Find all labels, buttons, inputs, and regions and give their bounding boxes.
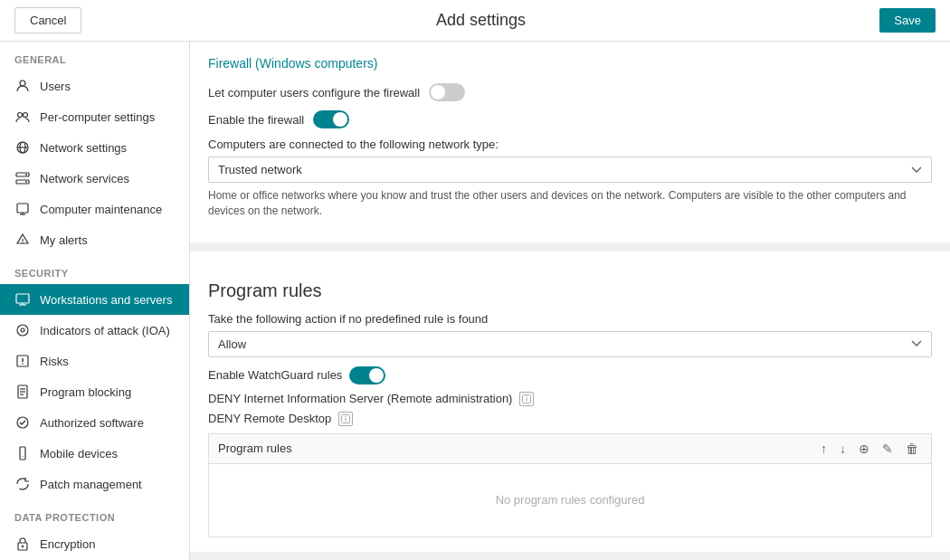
sidebar-item-workstations[interactable]: Workstations and servers — [0, 284, 189, 315]
svg-point-19 — [21, 328, 24, 332]
sidebar-item-label: Computer maintenance — [40, 203, 162, 216]
risks-icon — [14, 353, 31, 369]
svg-rect-28 — [20, 447, 25, 460]
alerts-icon — [14, 232, 31, 248]
sidebar-item-label: Network services — [40, 172, 129, 185]
sidebar-item-patch-management[interactable]: Patch management — [0, 469, 189, 499]
section-divider-1 — [190, 242, 950, 252]
sidebar-item-label: Mobile devices — [40, 447, 118, 460]
maintenance-icon — [14, 201, 31, 217]
program-rules-table-header: Program rules ↑ ↓ ⊕ ✎ 🗑 — [209, 434, 931, 464]
sidebar-item-computer-maintenance[interactable]: Computer maintenance — [0, 194, 189, 224]
sidebar-item-label: Patch management — [40, 478, 142, 491]
svg-rect-15 — [16, 294, 29, 303]
mobile-devices-icon — [14, 445, 31, 461]
sidebar-item-authorized-software[interactable]: Authorized software — [0, 407, 189, 438]
enable-watchguard-toggle[interactable] — [349, 366, 385, 384]
security-section-label: SECURITY — [0, 255, 189, 284]
deny-remote-desktop-info-icon[interactable] — [338, 412, 353, 426]
program-rules-empty-message: No program rules configured — [209, 464, 931, 536]
program-rules-action-select[interactable]: Allow — [208, 331, 932, 357]
deny-iis-label: DENY Internet Information Server (Remote… — [208, 392, 512, 405]
sidebar-item-label: My alerts — [40, 233, 88, 247]
body: GENERAL Users Per-computer settings Netw… — [0, 42, 950, 560]
svg-point-9 — [25, 181, 27, 183]
sidebar-item-ioa[interactable]: Indicators of attack (IOA) — [0, 315, 189, 346]
svg-point-2 — [24, 113, 28, 118]
network-type-select[interactable]: Trusted network — [208, 157, 932, 183]
sidebar-item-encryption[interactable]: Encryption — [0, 528, 189, 559]
program-rules-panel: Program rules Take the following action … — [190, 252, 950, 552]
patch-management-icon — [14, 476, 31, 492]
app-container: Cancel Add settings Save GENERAL Users P… — [0, 0, 950, 560]
enable-firewall-toggle[interactable] — [313, 110, 349, 128]
svg-point-0 — [20, 81, 25, 86]
sidebar-item-users[interactable]: Users — [0, 71, 189, 101]
firewall-section-title: Firewall (Windows computers) — [208, 56, 932, 71]
sidebar-item-label: Network settings — [40, 141, 127, 155]
ioa-icon — [14, 322, 31, 338]
sidebar-item-label: Per-computer settings — [40, 110, 155, 124]
sidebar-item-label: Workstations and servers — [40, 293, 172, 307]
section-divider-2 — [190, 552, 950, 560]
network-settings-icon — [14, 139, 31, 156]
cancel-button[interactable]: Cancel — [14, 7, 81, 33]
network-type-label: Computers are connected to the following… — [208, 138, 932, 151]
svg-point-14 — [22, 242, 23, 243]
sidebar-item-label: Users — [40, 80, 71, 93]
program-rules-heading: Program rules — [208, 280, 932, 301]
configure-firewall-toggle[interactable] — [429, 83, 465, 101]
enable-watchguard-row: Enable WatchGuard rules — [208, 366, 932, 384]
workstations-icon — [14, 291, 31, 308]
sidebar-item-program-blocking[interactable]: Program blocking — [0, 376, 189, 407]
move-up-button[interactable]: ↑ — [817, 440, 831, 458]
page-title: Add settings — [81, 11, 879, 30]
program-blocking-icon — [14, 384, 31, 400]
general-section-label: GENERAL — [0, 42, 189, 71]
sidebar: GENERAL Users Per-computer settings Netw… — [0, 42, 190, 560]
delete-rule-button[interactable]: 🗑 — [902, 440, 922, 458]
sidebar-item-network-settings[interactable]: Network settings — [0, 132, 189, 163]
deny-iis-info-icon[interactable] — [519, 392, 534, 406]
save-button[interactable]: Save — [879, 8, 936, 33]
add-rule-button[interactable]: ⊕ — [855, 440, 873, 458]
sidebar-item-network-services[interactable]: Network services — [0, 163, 189, 194]
enable-firewall-slider — [313, 110, 349, 128]
enable-firewall-label: Enable the firewall — [208, 113, 304, 127]
configure-firewall-row: Let computer users configure the firewal… — [208, 83, 932, 101]
encryption-icon — [14, 536, 31, 552]
network-type-hint: Home or office networks where you know a… — [208, 188, 932, 219]
sidebar-item-label: Indicators of attack (IOA) — [40, 324, 170, 337]
sidebar-item-per-computer[interactable]: Per-computer settings — [0, 101, 189, 132]
svg-point-1 — [18, 113, 23, 118]
network-services-icon — [14, 170, 31, 186]
program-rules-table-actions: ↑ ↓ ⊕ ✎ 🗑 — [817, 440, 922, 458]
firewall-panel: Firewall (Windows computers) Let compute… — [190, 42, 950, 242]
main-content: Firewall (Windows computers) Let compute… — [190, 42, 950, 560]
deny-iis-row: DENY Internet Information Server (Remote… — [208, 392, 932, 406]
enable-watchguard-label: Enable WatchGuard rules — [208, 368, 342, 382]
svg-point-18 — [17, 325, 28, 336]
svg-point-37 — [346, 415, 347, 416]
deny-remote-desktop-row: DENY Remote Desktop — [208, 412, 932, 426]
sidebar-item-label: Program blocking — [40, 385, 131, 399]
program-rules-table: Program rules ↑ ↓ ⊕ ✎ 🗑 No program rules… — [208, 433, 932, 537]
configure-firewall-label: Let computer users configure the firewal… — [208, 86, 420, 100]
sidebar-item-my-alerts[interactable]: My alerts — [0, 224, 189, 255]
enable-watchguard-slider — [349, 366, 385, 384]
authorized-software-icon — [14, 414, 31, 431]
edit-rule-button[interactable]: ✎ — [879, 440, 897, 458]
header: Cancel Add settings Save — [0, 0, 950, 42]
sidebar-item-label: Authorized software — [40, 416, 144, 430]
users-icon — [14, 78, 31, 94]
svg-rect-10 — [17, 204, 28, 213]
sidebar-item-label: Risks — [40, 355, 69, 368]
sidebar-item-label: Encryption — [40, 537, 95, 551]
configure-firewall-slider — [429, 83, 465, 101]
sidebar-item-risks[interactable]: Risks — [0, 346, 189, 376]
move-down-button[interactable]: ↓ — [836, 440, 850, 458]
svg-point-31 — [22, 546, 24, 547]
svg-point-27 — [17, 417, 28, 428]
sidebar-item-mobile-devices[interactable]: Mobile devices — [0, 438, 189, 469]
svg-point-22 — [22, 363, 24, 365]
